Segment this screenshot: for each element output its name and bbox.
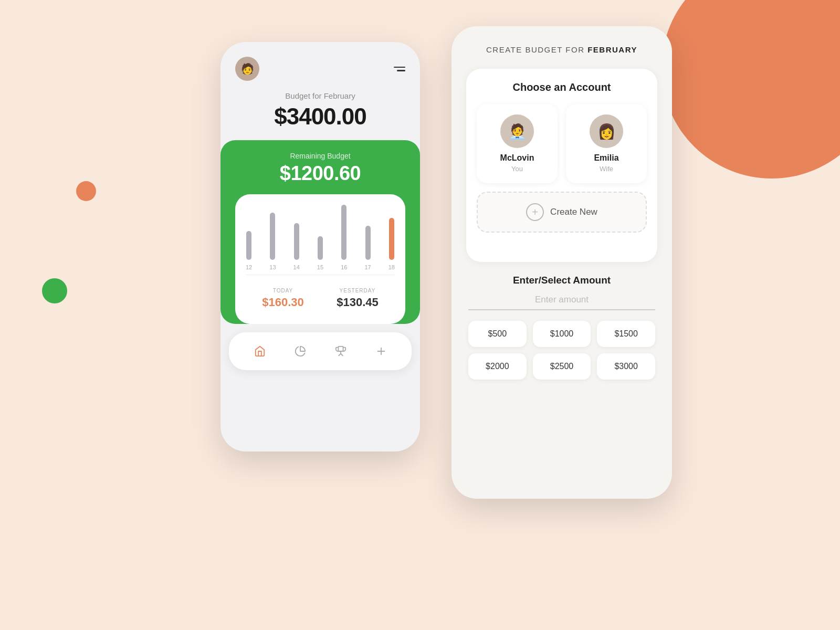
bar-column: 13 xyxy=(269,213,276,270)
emilia-name: Emilia xyxy=(594,153,618,163)
amount-input-wrapper[interactable]: Enter amount xyxy=(468,295,655,310)
phone-left: 🧑 Budget for February $3400.00 Remaining… xyxy=(220,42,420,452)
bar-item xyxy=(365,226,371,260)
bar-item xyxy=(389,218,394,260)
remaining-label: Remaining Budget xyxy=(235,152,405,160)
amount-section: Enter/Select Amount Enter amount $500$10… xyxy=(466,275,657,380)
mclovin-role: You xyxy=(511,165,523,173)
preset-amount-button[interactable]: $500 xyxy=(468,321,527,347)
preset-amount-button[interactable]: $1000 xyxy=(533,321,591,347)
bar-label: 17 xyxy=(364,264,371,270)
today-stat: TODAY $160.30 xyxy=(262,288,304,309)
bottom-nav xyxy=(229,332,412,370)
nav-home-icon[interactable] xyxy=(250,342,269,361)
emilia-role: Wife xyxy=(600,165,613,173)
bar-label: 13 xyxy=(269,264,276,270)
phone-right: CREATE BUDGET FOR FEBRUARY Choose an Acc… xyxy=(452,26,672,499)
bg-decoration-circle-orange xyxy=(76,181,96,201)
phones-wrapper: 🧑 Budget for February $3400.00 Remaining… xyxy=(94,26,798,604)
bar-item xyxy=(341,205,346,260)
menu-icon[interactable] xyxy=(394,67,405,71)
create-new-button[interactable]: + Create New xyxy=(477,192,647,233)
budget-amount: $3400.00 xyxy=(235,103,405,130)
create-budget-title: CREATE BUDGET FOR FEBRUARY xyxy=(466,45,657,54)
bar-label: 16 xyxy=(341,264,347,270)
svg-rect-1 xyxy=(338,346,343,351)
today-label: TODAY xyxy=(262,288,304,293)
chart-card: 12131415161718 TODAY $160.30 YESTERDAY $… xyxy=(235,194,405,324)
preset-amount-button[interactable]: $3000 xyxy=(597,353,655,380)
budget-label: Budget for February xyxy=(235,91,405,100)
main-card: Choose an Account 🧑‍💼 McLovin You 👩 Emil… xyxy=(466,69,657,262)
nav-trophy-icon[interactable] xyxy=(331,342,350,361)
emilia-avatar: 👩 xyxy=(590,114,623,148)
today-value: $160.30 xyxy=(262,296,304,309)
bar-column: 18 xyxy=(388,218,395,270)
bar-item xyxy=(294,223,299,260)
bar-label: 15 xyxy=(317,264,323,270)
bg-decoration-circle-green xyxy=(42,278,67,303)
preset-amount-button[interactable]: $1500 xyxy=(597,321,655,347)
bar-column: 12 xyxy=(246,231,252,270)
user-avatar[interactable]: 🧑 xyxy=(235,57,259,81)
yesterday-value: $130.45 xyxy=(337,296,379,309)
stats-row: TODAY $160.30 YESTERDAY $130.45 xyxy=(246,279,395,313)
bar-label: 14 xyxy=(293,264,300,270)
amount-input-placeholder: Enter amount xyxy=(535,295,589,304)
yesterday-stat: YESTERDAY $130.45 xyxy=(337,288,379,309)
mclovin-name: McLovin xyxy=(500,153,534,163)
bar-chart: 12131415161718 xyxy=(246,207,395,275)
bar-column: 17 xyxy=(364,226,371,270)
green-remaining-card: Remaining Budget $1200.60 12131415161718… xyxy=(220,140,420,324)
nav-chart-icon[interactable] xyxy=(291,342,310,361)
bar-item xyxy=(318,236,323,260)
bar-label: 18 xyxy=(388,264,395,270)
preset-amount-button[interactable]: $2000 xyxy=(468,353,527,380)
create-budget-title-normal: CREATE BUDGET FOR xyxy=(486,45,587,54)
amount-section-title: Enter/Select Amount xyxy=(468,275,655,286)
bar-column: 16 xyxy=(341,205,347,270)
create-new-label: Create New xyxy=(550,207,597,217)
phone-left-header: 🧑 xyxy=(235,57,405,81)
bar-label: 12 xyxy=(246,264,252,270)
mclovin-avatar: 🧑‍💼 xyxy=(500,114,534,148)
bar-column: 14 xyxy=(293,223,300,270)
account-card-emilia[interactable]: 👩 Emilia Wife xyxy=(566,104,647,183)
account-card-mclovin[interactable]: 🧑‍💼 McLovin You xyxy=(477,104,558,183)
yesterday-label: YESTERDAY xyxy=(337,288,379,293)
amount-presets: $500$1000$1500$2000$2500$3000 xyxy=(468,321,655,380)
choose-account-title: Choose an Account xyxy=(477,81,647,93)
bar-item xyxy=(246,231,251,260)
bar-column: 15 xyxy=(317,236,323,270)
preset-amount-button[interactable]: $2500 xyxy=(533,353,591,380)
nav-add-icon[interactable] xyxy=(372,342,391,361)
remaining-amount: $1200.60 xyxy=(235,162,405,185)
create-budget-title-bold: FEBRUARY xyxy=(587,45,637,54)
accounts-grid: 🧑‍💼 McLovin You 👩 Emilia Wife xyxy=(477,104,647,183)
plus-circle-icon: + xyxy=(526,203,544,221)
bar-item xyxy=(270,213,275,260)
